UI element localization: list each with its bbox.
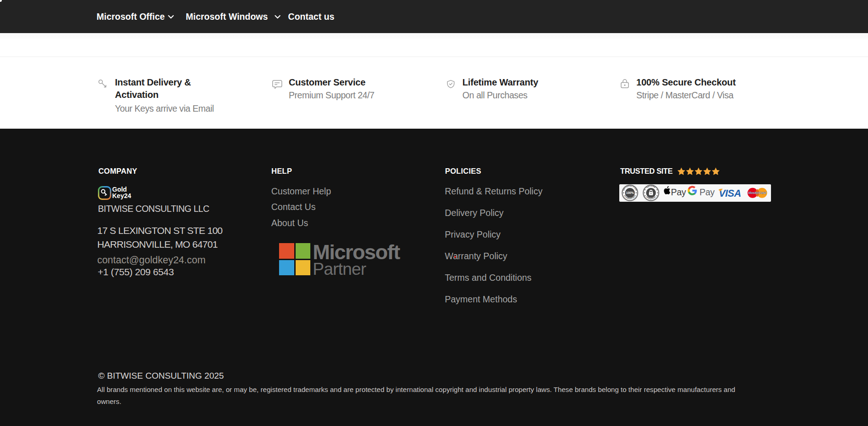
svg-text:MasterCard: MasterCard bbox=[748, 191, 766, 195]
svg-text:100%: 100% bbox=[626, 191, 634, 194]
svg-text:Pay: Pay bbox=[671, 187, 686, 197]
svg-text:Pay: Pay bbox=[699, 187, 714, 197]
